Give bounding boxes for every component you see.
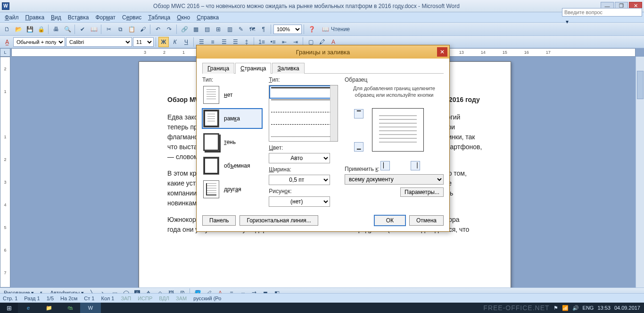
undo-icon[interactable]: ↶ [153, 24, 163, 34]
ok-button[interactable]: ОК [374, 215, 405, 226]
menu-window[interactable]: Окно [174, 13, 193, 22]
status-rec[interactable]: ЗАП [121, 296, 131, 301]
edge-left-button[interactable]: ▏ [380, 161, 390, 170]
cancel-button[interactable]: Отмена [409, 215, 444, 226]
type-icon-custom [203, 180, 219, 198]
style-dash-dot[interactable] [271, 136, 336, 142]
cut-icon[interactable]: ✂ [104, 24, 114, 34]
tray-lang[interactable]: ENG [583, 305, 594, 311]
format-painter-icon[interactable]: 🖌 [138, 24, 148, 34]
print-icon[interactable]: 🖶 [51, 24, 61, 34]
menu-help[interactable]: Справка [194, 13, 222, 22]
print-preview-icon[interactable]: 🔍 [62, 24, 73, 34]
reading-mode-button[interactable]: 📖 Чтение [318, 24, 354, 34]
menu-tools[interactable]: Сервис [119, 13, 144, 22]
paste-icon[interactable]: 📋 [126, 24, 137, 34]
research-icon[interactable]: 📖 [89, 24, 99, 34]
tab-page[interactable]: Страница [235, 63, 271, 74]
horizontal-line-button[interactable]: Горизонтальная линия... [239, 215, 318, 226]
drawing-icon[interactable]: ✎ [236, 24, 246, 34]
type-option-box[interactable]: рамка [202, 109, 262, 128]
new-doc-icon[interactable]: 🗋 [2, 24, 12, 34]
task-explorer[interactable]: 📁 [39, 303, 59, 313]
insert-excel-icon[interactable]: ⊞ [213, 24, 223, 34]
help-icon[interactable]: ❓ [306, 24, 317, 34]
tray-sound-icon[interactable]: 🔊 [572, 305, 579, 311]
dialog-title-bar[interactable]: Границы и заливка ✕ [197, 45, 449, 59]
vertical-scrollbar[interactable] [636, 57, 644, 288]
tray-time[interactable]: 13:53 [597, 305, 611, 311]
color-select[interactable]: Авто [269, 153, 330, 163]
tab-fill[interactable]: Заливка [272, 63, 304, 74]
line-style-list[interactable] [269, 85, 338, 142]
style-select[interactable]: Обычный + полу; [13, 37, 65, 47]
options-button[interactable]: Параметры... [400, 187, 444, 197]
copy-icon[interactable]: ⧉ [115, 24, 125, 34]
bold-button[interactable]: Ж [158, 37, 169, 47]
tables-borders-icon[interactable]: ▦ [190, 24, 201, 34]
type-option-custom[interactable]: другая [202, 179, 262, 199]
menu-format[interactable]: Формат [92, 13, 118, 22]
redo-icon[interactable]: ↷ [164, 24, 174, 34]
style-dashed-small[interactable] [271, 112, 336, 121]
help-search-input[interactable] [562, 8, 642, 17]
vertical-ruler[interactable]: 21 1234567 [0, 57, 10, 288]
edge-bottom-button[interactable]: ▁ [354, 142, 363, 152]
menu-view[interactable]: Вид [48, 13, 64, 22]
insert-table-icon[interactable]: ▤ [202, 24, 212, 34]
type-option-shadow[interactable]: тень [202, 132, 262, 152]
styles-pane-icon[interactable]: A̲ [2, 37, 12, 47]
font-size-select[interactable]: 11 [133, 37, 154, 47]
sample-page[interactable] [372, 108, 424, 152]
style-thin[interactable] [271, 100, 336, 109]
menu-edit[interactable]: Правка [23, 13, 48, 22]
style-dashed-large[interactable] [271, 124, 336, 134]
style-solid[interactable] [271, 87, 336, 97]
spellcheck-icon[interactable]: ✔ [77, 24, 88, 34]
ruler-corner[interactable]: L [0, 48, 10, 57]
edge-top-button[interactable]: ▔ [354, 109, 363, 118]
columns-icon[interactable]: ▥ [224, 24, 235, 34]
status-at: На 2см [60, 296, 77, 301]
menu-table[interactable]: Таблица [145, 13, 173, 22]
dialog-close-button[interactable]: ✕ [437, 47, 447, 57]
underline-button[interactable]: Ч [181, 37, 191, 47]
tray-flag-icon[interactable]: ⚑ [553, 305, 558, 311]
italic-button[interactable]: К [170, 37, 180, 47]
status-ext[interactable]: ВДЛ [159, 296, 169, 301]
edge-right-button[interactable]: ▕ [411, 161, 420, 170]
tab-border[interactable]: Граница [202, 63, 234, 74]
help-dropdown-icon[interactable]: ▾ [562, 17, 572, 27]
task-ie[interactable]: e [18, 303, 39, 313]
zoom-select[interactable]: 100% [273, 25, 302, 34]
menu-insert[interactable]: Вставка [65, 13, 92, 22]
doc-map-icon[interactable]: 🗺 [247, 24, 257, 34]
status-lang[interactable]: русский (Ро [193, 296, 221, 301]
task-word[interactable]: W [80, 303, 101, 313]
start-button[interactable]: ⊞ [0, 303, 18, 313]
status-section: Разд 1 [24, 296, 40, 301]
status-trk[interactable]: ИСПР [138, 296, 152, 301]
scroll-thumb[interactable] [637, 71, 644, 99]
permissions-icon[interactable]: 🔒 [36, 24, 46, 34]
show-toolbar-button[interactable]: Панель [202, 215, 236, 226]
status-ovr[interactable]: ЗАМ [176, 296, 187, 301]
width-select[interactable]: 0,5 пт [269, 175, 330, 185]
app-icon: W [2, 2, 9, 10]
tray-date[interactable]: 04.09.2017 [614, 305, 640, 311]
save-icon[interactable]: 💾 [25, 24, 35, 34]
status-pages: 1/5 [47, 296, 54, 301]
type-option-none[interactable]: нет [202, 85, 262, 105]
art-select[interactable]: (нет) [269, 196, 330, 207]
type-option-3d[interactable]: объемная [202, 156, 262, 176]
hyperlink-icon[interactable]: 🔗 [179, 24, 190, 34]
tray-network-icon[interactable]: 📶 [562, 305, 569, 311]
status-line: Ст 1 [84, 296, 94, 301]
apply-to-select[interactable]: всему документу [345, 174, 444, 185]
font-select[interactable]: Calibri [66, 37, 132, 47]
task-store[interactable]: 🛍 [59, 303, 80, 313]
style-list-scrollbar[interactable] [330, 85, 338, 141]
open-icon[interactable]: 📂 [13, 24, 24, 34]
menu-file[interactable]: Файл [2, 13, 22, 22]
show-marks-icon[interactable]: ¶ [258, 24, 269, 34]
